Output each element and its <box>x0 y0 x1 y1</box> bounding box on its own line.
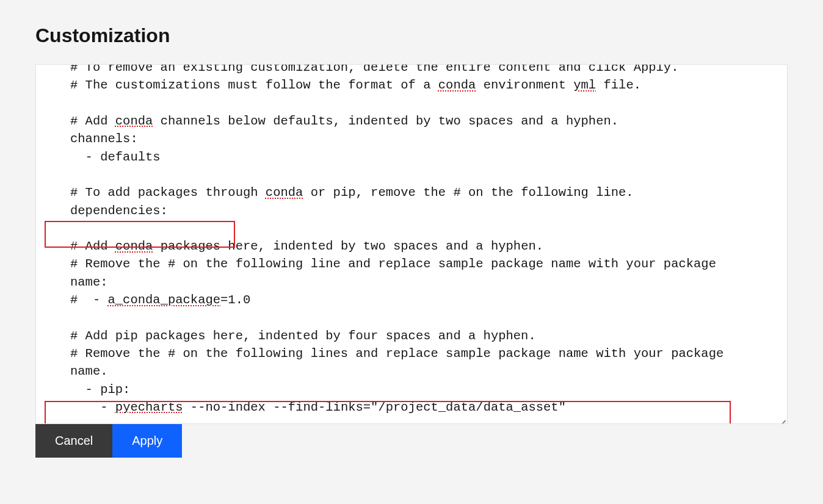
editor-text[interactable]: # To remove an existing customization, d… <box>36 64 787 423</box>
editor-line-6a: # To add packages through <box>70 185 266 200</box>
editor-line-2a: # The customizations must follow the for… <box>70 78 438 92</box>
editor-line-14b: --no-index --find-links="/project_data/d… <box>183 400 566 414</box>
button-row: Cancel Apply <box>35 424 788 458</box>
spell-conda-1: conda <box>438 78 476 92</box>
editor-line-5: - defaults <box>70 150 161 164</box>
editor-line-2b: environment <box>476 78 573 92</box>
spell-pyecharts: pyecharts <box>115 400 183 414</box>
editor-line-3b: channels below defaults, indented by two… <box>153 114 618 128</box>
editor-line-8b: packages here, indented by two spaces an… <box>153 239 543 253</box>
spell-conda-2: conda <box>115 114 153 128</box>
editor-line-13: - pip: <box>70 383 130 397</box>
editor-line-8a: # Add <box>70 239 115 253</box>
editor-line-11: # Add pip packages here, indented by fou… <box>70 329 536 343</box>
spell-conda-4: conda <box>115 239 153 253</box>
editor-line-4: channels: <box>70 132 138 146</box>
editor-line-7: dependencies: <box>70 204 168 218</box>
spell-conda-pkg: a_conda_package <box>108 293 221 307</box>
editor-line-6b: or pip, remove the # on the following li… <box>303 185 633 200</box>
editor-line-10b: =1.0 <box>220 293 250 307</box>
editor-line-9: # Remove the # on the following line and… <box>70 257 723 289</box>
resize-handle-icon[interactable] <box>777 414 786 422</box>
editor-line-10a: # - <box>70 293 108 307</box>
editor-line-2c: file. <box>596 78 641 92</box>
editor-line-12: # Remove the # on the following lines an… <box>70 347 731 378</box>
spell-yml: yml <box>573 78 596 92</box>
spell-conda-3: conda <box>266 185 303 200</box>
customization-editor[interactable]: # To remove an existing customization, d… <box>35 64 788 424</box>
apply-button[interactable]: Apply <box>112 424 182 458</box>
page-title: Customization <box>35 24 788 47</box>
editor-line-1: # To remove an existing customization, d… <box>70 64 678 74</box>
cancel-button[interactable]: Cancel <box>35 424 112 458</box>
editor-line-3a: # Add <box>70 114 115 128</box>
editor-line-14a: - <box>70 400 115 414</box>
